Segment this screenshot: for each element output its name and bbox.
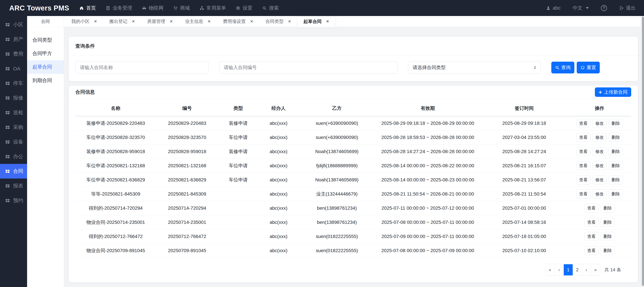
edit-button[interactable]: 修改 [592, 119, 607, 128]
search-button[interactable]: 查询 [551, 62, 574, 73]
topnav-item-common-menu[interactable]: 常用菜单 [200, 5, 226, 12]
edit-button[interactable]: 修改 [592, 161, 607, 170]
sidebar-item-inspection[interactable]: 巡检 [0, 105, 27, 120]
contract-type-select[interactable]: 请选择合同类型 [408, 61, 541, 74]
sidebar-item-oa[interactable]: OA [0, 61, 27, 76]
close-icon[interactable]: ✕ [250, 19, 253, 24]
grid-icon [5, 81, 10, 86]
submenu-item-draft-contract[interactable]: 起草合同 [27, 60, 64, 74]
view-button[interactable]: 查看 [576, 175, 590, 184]
cell-signed: 2027-03-04 23:55:00 [481, 130, 568, 145]
cell-party-b: suen(+6390090090) [299, 116, 375, 130]
close-icon[interactable]: ✕ [288, 19, 291, 24]
delete-button[interactable]: 删除 [609, 133, 623, 142]
language-label: 中文 [573, 5, 582, 12]
edit-button[interactable]: 修改 [592, 147, 607, 156]
language-dropdown[interactable]: 中文 [573, 5, 589, 12]
table-row: 物业合同-20250709-89104520250709-891045abc(x… [75, 243, 631, 258]
help-icon[interactable]: ? [601, 5, 607, 11]
delete-button[interactable]: 删除 [600, 232, 615, 241]
delete-button[interactable]: 删除 [609, 147, 623, 156]
sidebar-item-repair[interactable]: 报修 [0, 91, 27, 105]
cell-party-b: 业主(13244446679) [299, 187, 375, 201]
topnav-item-search[interactable]: 搜索 [262, 5, 279, 12]
car-icon [142, 6, 146, 11]
tab-house-mgmt[interactable]: 房屋管理✕ [141, 16, 179, 27]
topnav-item-mall[interactable]: 商城 [173, 5, 190, 12]
view-button[interactable]: 查看 [576, 133, 590, 142]
tab-my-community[interactable]: 我的小区✕ [65, 16, 103, 27]
sidebar-item-parking[interactable]: 停车 [0, 76, 27, 91]
sidebar-item-office[interactable]: 办公 [0, 149, 27, 164]
cell-type: 装修申请 [218, 116, 258, 130]
view-button[interactable]: 查看 [584, 246, 598, 255]
sidebar-item-equipment[interactable]: 设备 [0, 135, 27, 149]
pagination-first[interactable]: « [546, 264, 554, 275]
pagination-prev[interactable]: ‹ [554, 264, 564, 275]
close-icon[interactable]: ✕ [170, 19, 173, 24]
scrollbar-thumb[interactable] [642, 17, 644, 286]
sidebar-item-fees[interactable]: 费用 [0, 47, 27, 61]
sidebar-item-community[interactable]: 小区 [0, 17, 27, 32]
contract-code-input[interactable] [219, 61, 398, 74]
close-icon[interactable]: ✕ [326, 19, 329, 24]
pagination-page-2[interactable]: 2 [573, 264, 582, 275]
view-button[interactable]: 查看 [584, 218, 598, 227]
upload-contract-button[interactable]: + 上传新合同 [595, 87, 631, 97]
sidebar-item-property[interactable]: 房产 [0, 32, 27, 47]
edit-button[interactable]: 修改 [592, 133, 607, 142]
view-button[interactable]: 查看 [576, 147, 590, 156]
grid-icon [5, 183, 10, 188]
delete-button[interactable]: 删除 [609, 161, 623, 170]
sidebar-item-report[interactable]: 报表 [0, 179, 27, 193]
reset-button[interactable]: 重置 [577, 62, 600, 73]
cell-validity: 2025-07-09 00:00:00 ~ 2025-07-11 00:00:0… [375, 229, 481, 243]
tab-label: 合同类型 [265, 18, 284, 25]
delete-button[interactable]: 删除 [600, 246, 615, 255]
sidebar-item-label: 合同 [13, 168, 23, 175]
submenu-item-expired-contract[interactable]: 到期合同 [27, 74, 64, 87]
delete-button[interactable]: 删除 [609, 119, 623, 128]
delete-button[interactable]: 删除 [609, 175, 623, 184]
delete-button[interactable]: 删除 [600, 218, 615, 227]
pagination-page-1[interactable]: 1 [564, 264, 573, 275]
submenu-item-contract-type[interactable]: 合同类型 [27, 33, 64, 47]
tab-owner-info[interactable]: 业主信息✕ [179, 16, 217, 27]
submenu-item-contract-party-a[interactable]: 合同甲方 [27, 47, 64, 60]
edit-button[interactable]: 修改 [592, 175, 607, 184]
edit-button[interactable]: 修改 [592, 189, 607, 198]
cell-party-b: fjdijfi(18688889999) [299, 159, 375, 173]
tab-contract-type[interactable]: 合同类型✕ [259, 16, 297, 27]
topnav-item-settings[interactable]: 设置 [236, 5, 252, 12]
close-icon[interactable]: ✕ [208, 19, 211, 24]
tab-fee-settings[interactable]: 费用项设置✕ [217, 16, 259, 27]
view-button[interactable]: 查看 [584, 204, 598, 212]
cell-actions: 查看修改删除 [568, 187, 631, 201]
delete-button[interactable]: 删除 [600, 204, 615, 212]
close-icon[interactable]: ✕ [94, 19, 97, 24]
pagination-last[interactable]: » [591, 264, 600, 275]
sidebar-item-contract[interactable]: 合同 [0, 164, 27, 179]
topnav-item-business[interactable]: 业务受理 [106, 5, 132, 12]
sidebar-item-purchase[interactable]: 采购 [0, 120, 27, 135]
cell-actions: 查看修改删除 [568, 145, 631, 159]
tab-move-out[interactable]: 搬出登记✕ [103, 16, 141, 27]
view-button[interactable]: 查看 [576, 189, 590, 198]
gear-icon [236, 6, 240, 11]
close-icon[interactable]: ✕ [132, 19, 135, 24]
user-menu[interactable]: abc [546, 5, 560, 11]
sidebar-item-label: 停车 [13, 80, 23, 87]
view-button[interactable]: 查看 [584, 232, 598, 241]
topnav-item-home[interactable]: 首页 [79, 5, 96, 12]
pagination-next[interactable]: › [582, 264, 591, 275]
topnav-item-iot[interactable]: 物联网 [142, 5, 163, 12]
cell-type [218, 229, 258, 243]
logout-button[interactable]: 退出 [619, 5, 636, 12]
delete-button[interactable]: 删除 [609, 189, 623, 198]
view-button[interactable]: 查看 [576, 161, 590, 170]
contract-name-input[interactable] [75, 61, 208, 74]
sidebar-item-reservation[interactable]: 预约 [0, 193, 27, 208]
view-button[interactable]: 查看 [576, 119, 590, 128]
tab-draft-contract[interactable]: 起草合同✕ [297, 16, 336, 27]
cell-type [218, 201, 258, 215]
